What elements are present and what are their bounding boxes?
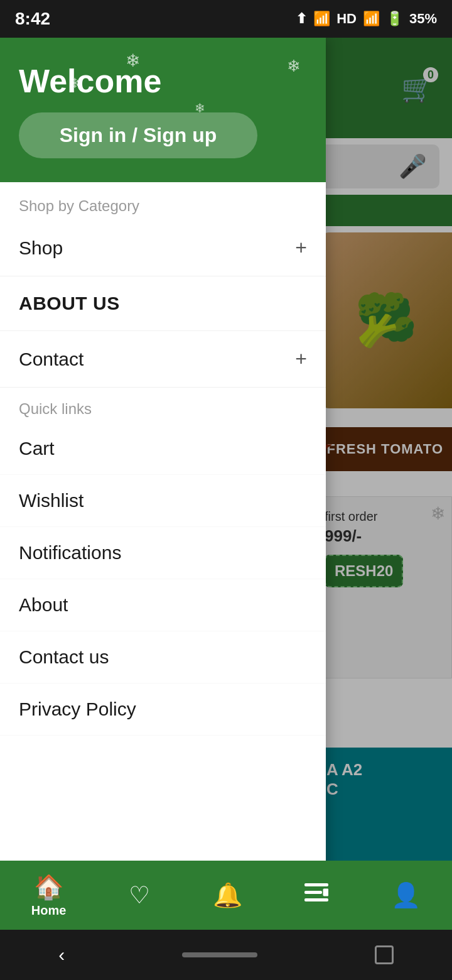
nav-notifications[interactable]: 🔔 — [213, 881, 242, 909]
battery-icon: 🔋 — [386, 11, 403, 27]
privacy-policy-quick-link[interactable]: Privacy Policy — [0, 683, 326, 736]
contact-label: Contact — [19, 349, 83, 370]
home-nav-label: Home — [31, 903, 67, 918]
welcome-title: Welcome — [19, 62, 161, 100]
battery-percent: 35% — [409, 11, 437, 27]
notifications-link-label: Notifications — [19, 542, 121, 563]
cart-link-label: Cart — [19, 438, 55, 459]
hd-label: HD — [336, 11, 357, 27]
bottom-navigation: 🏠 Home ♡ 🔔 👤 — [0, 861, 452, 930]
svg-rect-3 — [323, 889, 328, 896]
status-icons: ⬆ 📶 HD 📶 🔋 35% — [296, 11, 437, 27]
menu-icon — [304, 881, 328, 910]
nav-menu[interactable] — [304, 881, 328, 910]
back-button[interactable]: ‹ — [58, 944, 65, 966]
quick-links-label: Quick links — [0, 388, 326, 423]
navigation-drawer: ❄ ❄ ❄ ❄ Welcome Sign in / Sign up Shop b… — [0, 38, 326, 980]
about-us-label: ABOUT US — [19, 293, 120, 313]
contact-us-quick-link[interactable]: Contact us — [0, 631, 326, 683]
contact-menu-item[interactable]: Contact + — [0, 331, 326, 388]
system-nav-bar: ‹ — [0, 930, 452, 980]
wifi-icon: 📶 — [313, 11, 330, 27]
contact-expand-icon: + — [295, 347, 307, 371]
about-us-menu-item[interactable]: ABOUT US — [0, 276, 326, 331]
nav-home[interactable]: 🏠 Home — [31, 873, 67, 918]
heart-icon: ♡ — [129, 881, 150, 909]
nav-wishlist[interactable]: ♡ — [129, 881, 150, 909]
shop-label: Shop — [19, 237, 63, 259]
shop-menu-item[interactable]: Shop + — [0, 220, 326, 276]
about-quick-link[interactable]: About — [0, 579, 326, 631]
overlay-dimmer[interactable] — [326, 38, 452, 861]
cart-quick-link[interactable]: Cart — [0, 423, 326, 475]
svg-rect-0 — [304, 883, 328, 886]
time-display: 8:42 — [15, 9, 50, 29]
drawer-header: ❄ ❄ ❄ ❄ Welcome Sign in / Sign up — [0, 38, 326, 182]
nav-profile[interactable]: 👤 — [391, 881, 421, 909]
signin-button[interactable]: Sign in / Sign up — [19, 112, 257, 158]
about-link-label: About — [19, 594, 68, 615]
home-pill[interactable] — [182, 952, 257, 957]
recents-button[interactable] — [375, 945, 394, 964]
status-bar: 8:42 ⬆ 📶 HD 📶 🔋 35% — [0, 0, 452, 38]
shop-by-category-label: Shop by Category — [0, 182, 326, 220]
data-indicator-icon: ⬆ — [296, 11, 307, 27]
wishlist-link-label: Wishlist — [19, 490, 83, 511]
notifications-quick-link[interactable]: Notifications — [0, 527, 326, 579]
svg-rect-2 — [304, 898, 328, 901]
contact-us-link-label: Contact us — [19, 646, 109, 667]
svg-rect-1 — [304, 891, 322, 894]
shop-expand-icon: + — [295, 236, 307, 259]
home-icon: 🏠 — [34, 873, 63, 901]
profile-icon: 👤 — [391, 881, 421, 909]
privacy-policy-link-label: Privacy Policy — [19, 699, 136, 719]
snowflake-icon-4: ❄ — [287, 57, 301, 76]
wishlist-quick-link[interactable]: Wishlist — [0, 475, 326, 527]
bell-icon: 🔔 — [213, 881, 242, 909]
signal-icon: 📶 — [363, 11, 380, 27]
